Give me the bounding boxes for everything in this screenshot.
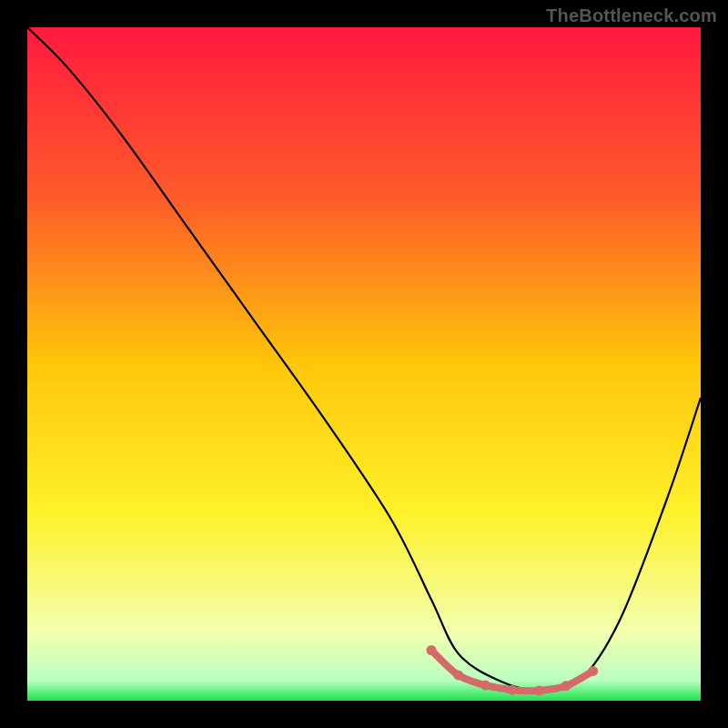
highlight-dot (561, 681, 571, 691)
highlight-dot (480, 680, 490, 690)
chart-frame: TheBottleneck.com (0, 0, 728, 728)
highlight-dot (507, 685, 517, 695)
gradient-background (27, 27, 701, 701)
watermark-text: TheBottleneck.com (546, 5, 717, 26)
plot-area (27, 27, 701, 701)
highlight-dot (453, 670, 463, 680)
highlight-dot (588, 666, 598, 676)
chart-svg (27, 27, 701, 701)
highlight-dot (427, 645, 437, 655)
highlight-dot (534, 685, 544, 695)
